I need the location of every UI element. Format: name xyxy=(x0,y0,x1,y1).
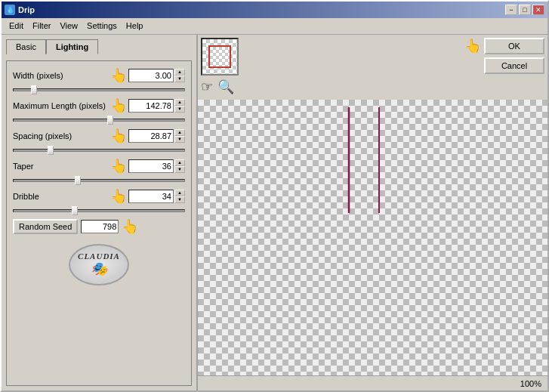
minimize-button[interactable]: − xyxy=(505,5,517,15)
menu-filter[interactable]: Filter xyxy=(28,20,55,32)
width-input[interactable] xyxy=(128,69,174,82)
dribble-row: Dribble 👆 ▲ ▼ xyxy=(13,188,185,205)
spacing-slider[interactable] xyxy=(13,149,185,152)
width-row: Width (pixels) 👆 ▲ ▼ xyxy=(13,67,185,84)
preview-section: ☞ 🔍 xyxy=(201,38,239,97)
width-hand-icon: 👆 xyxy=(110,67,127,84)
dribble-input[interactable] xyxy=(128,190,174,203)
thumb-box xyxy=(208,45,231,68)
preview-thumbnail xyxy=(201,38,239,76)
menu-settings[interactable]: Settings xyxy=(82,20,122,32)
taper-hand-icon: 👆 xyxy=(110,158,127,174)
width-spin-down[interactable]: ▼ xyxy=(174,76,185,82)
logo-area: CLAUDIA 🎭 xyxy=(13,244,185,286)
cancel-button[interactable]: Cancel xyxy=(484,57,544,74)
dribble-spin-up[interactable]: ▲ xyxy=(174,190,185,196)
max-length-input[interactable] xyxy=(128,99,174,113)
dribble-spin-down[interactable]: ▼ xyxy=(174,196,185,203)
hand-tool-icon[interactable]: ☞ xyxy=(201,79,213,95)
app-icon: 💧 xyxy=(5,5,15,15)
taper-input[interactable] xyxy=(128,159,174,173)
spacing-row: Spacing (pixels) 👆 ▲ ▼ xyxy=(13,128,185,144)
spacing-input[interactable] xyxy=(128,129,174,143)
tab-lighting[interactable]: Lighting xyxy=(46,39,98,54)
ok-hand-icon: 👆 xyxy=(464,38,481,54)
max-length-hand-icon: 👆 xyxy=(110,97,127,114)
dribble-slider[interactable] xyxy=(13,209,185,212)
random-seed-row: Random Seed 👆 xyxy=(13,218,185,235)
close-button[interactable]: ✕ xyxy=(532,5,544,15)
ok-button[interactable]: OK xyxy=(484,38,544,54)
random-seed-button[interactable]: Random Seed xyxy=(13,219,78,234)
preview-tools: ☞ 🔍 xyxy=(201,77,239,97)
logo-text: CLAUDIA xyxy=(78,252,120,261)
tab-content: Width (pixels) 👆 ▲ ▼ xyxy=(6,60,192,386)
max-length-label: Maximum Length (pixels) xyxy=(13,101,110,110)
window-title: Drip xyxy=(18,5,35,14)
maximize-button[interactable]: □ xyxy=(519,5,531,15)
taper-row: Taper 👆 ▲ ▼ xyxy=(13,158,185,174)
width-slider[interactable] xyxy=(13,88,185,91)
max-length-spin-up[interactable]: ▲ xyxy=(174,99,185,106)
dribble-label: Dribble xyxy=(13,192,110,201)
dribble-hand-icon: 👆 xyxy=(110,188,127,205)
tab-basic[interactable]: Basic xyxy=(6,39,46,54)
logo-oval: CLAUDIA 🎭 xyxy=(69,244,129,286)
title-bar: 💧 Drip − □ ✕ xyxy=(2,2,547,18)
random-seed-input[interactable] xyxy=(81,220,119,233)
spacing-hand-icon: 👆 xyxy=(110,128,127,144)
menu-edit[interactable]: Edit xyxy=(5,20,28,32)
action-area: 👆 OK Cancel xyxy=(464,38,544,74)
max-length-row: Maximum Length (pixels) 👆 ▲ ▼ xyxy=(13,97,185,114)
left-panel: Basic Lighting Width (pixels) 👆 ▲ ▼ xyxy=(2,35,198,390)
menu-bar: Edit Filter View Settings Help xyxy=(2,18,547,35)
max-length-slider[interactable] xyxy=(13,119,185,122)
spacing-spin-down[interactable]: ▼ xyxy=(174,136,185,143)
right-area: ☞ 🔍 👆 OK Cancel xyxy=(198,35,547,390)
logo-figure-icon: 🎭 xyxy=(91,261,107,277)
zoom-level: 100% xyxy=(520,379,541,388)
spacing-label: Spacing (pixels) xyxy=(13,131,110,140)
taper-spin-up[interactable]: ▲ xyxy=(174,159,185,166)
max-length-spin-down[interactable]: ▼ xyxy=(174,106,185,113)
menu-help[interactable]: Help xyxy=(122,20,148,32)
menu-view[interactable]: View xyxy=(55,20,82,32)
taper-label: Taper xyxy=(13,162,110,171)
checker-background xyxy=(198,100,547,375)
width-label: Width (pixels) xyxy=(13,71,110,80)
taper-spin-down[interactable]: ▼ xyxy=(174,166,185,173)
zoom-tool-icon[interactable]: 🔍 xyxy=(217,79,234,95)
canvas-area xyxy=(198,100,547,375)
spacing-spin-up[interactable]: ▲ xyxy=(174,129,185,136)
random-seed-hand-icon: 👆 xyxy=(122,218,138,235)
status-bar: 100% xyxy=(198,375,547,390)
taper-slider[interactable] xyxy=(13,179,185,182)
width-spin-up[interactable]: ▲ xyxy=(174,69,185,76)
tabs: Basic Lighting xyxy=(6,39,192,54)
